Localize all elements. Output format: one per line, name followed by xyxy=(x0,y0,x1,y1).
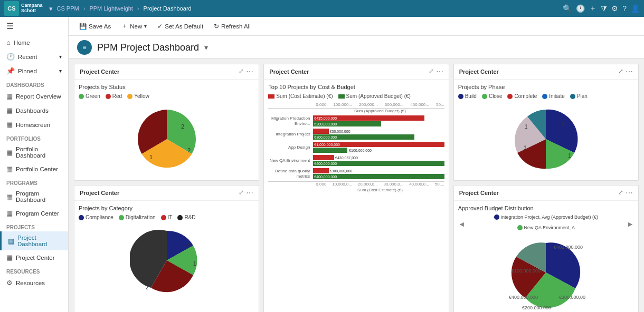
save-icon: 💾 xyxy=(79,23,87,30)
svg-text:1: 1 xyxy=(193,261,196,267)
bar-row-2: Integration Project €30,000,000 €300,000… xyxy=(268,129,444,140)
more-icon[interactable]: ⋯ xyxy=(246,67,253,76)
svg-text:2: 2 xyxy=(146,285,149,290)
section-programs: Programs xyxy=(0,176,68,187)
filter-icon[interactable]: ⧩ xyxy=(601,4,607,13)
card3-actions: ⤢ ⋯ xyxy=(618,67,633,76)
sidebar: ☰ ⌂ Home 🕐 Recent ▾ 📌 Pinned ▾ Dashboard… xyxy=(0,17,69,312)
card5-legend: Integration Project, Avg (Approved Budge… xyxy=(466,214,627,230)
card1-subtitle: Projects by Status xyxy=(79,84,254,90)
more-icon2[interactable]: ⋯ xyxy=(436,67,443,76)
help-icon[interactable]: ? xyxy=(622,4,627,13)
pie-chart-status: 2 2 1 xyxy=(130,102,204,176)
svg-text:2: 2 xyxy=(181,123,184,130)
set-as-default-button[interactable]: ✓ Set As Default xyxy=(153,21,207,32)
expand-icon[interactable]: ⤢ xyxy=(239,67,244,76)
card1-content: Projects by Status Green Red xyxy=(74,80,259,180)
sidebar-item-homescreen[interactable]: ▦ Homescreen xyxy=(0,118,68,132)
bar-budget-3: €100,000,000 xyxy=(313,148,347,153)
page-icon: ≡ xyxy=(77,40,92,55)
card2-legend: Sum (Cost Estimate) (€) Sum (Approved Bu… xyxy=(268,93,444,99)
card5-pie: €100,000,000 €400,000,000 €300,000,000 €… xyxy=(458,236,634,309)
svg-text:1: 1 xyxy=(149,154,153,160)
bar-budget-1: €200,000,000 xyxy=(313,121,381,126)
topbar-dropdown-icon[interactable]: ▾ xyxy=(49,5,53,13)
dot-plan xyxy=(570,94,575,99)
page-header: ≡ PPM Project Dashboard ▾ xyxy=(69,36,644,58)
settings-icon[interactable]: ⚙ xyxy=(611,4,618,13)
card4-actions: ⤢ ⋯ xyxy=(239,189,253,197)
svg-text:€400,000,000: €400,000,000 xyxy=(509,295,538,300)
sidebar-item-portfolio-dashboard[interactable]: ▦ Portfolio Dashboard xyxy=(0,143,68,162)
legend-dot-cost xyxy=(268,94,274,99)
bar-row-4: New QA Environment €430,057,000 €400,000… xyxy=(268,155,444,166)
dot-initiate xyxy=(542,94,547,99)
more-icon5[interactable]: ⋯ xyxy=(626,189,633,197)
sidebar-item-program-center[interactable]: ▦ Program Center xyxy=(0,206,68,220)
sidebar-item-dashboards[interactable]: ▦ Dashboards xyxy=(0,103,68,118)
page-title-chevron[interactable]: ▾ xyxy=(204,43,208,52)
topbar: CS CampanaSchott ▾ CS PPM › PPM Lightwei… xyxy=(0,0,644,17)
svg-text:€100,000,000: €100,000,000 xyxy=(512,268,541,274)
breadcrumb-root[interactable]: CS PPM xyxy=(57,5,79,12)
bar-budget-4: €400,000,000 xyxy=(313,161,444,166)
axis-bottom: 0.00010,000,0...20,000,0...30,000,0...40… xyxy=(268,181,444,187)
user-icon[interactable]: 👤 xyxy=(631,4,640,13)
logo-icon: CS xyxy=(4,1,19,16)
refresh-all-button[interactable]: ↻ Refresh All xyxy=(210,21,255,32)
new-button[interactable]: ＋ New ▾ xyxy=(117,20,151,32)
bar-cost-2: €30,000,000 xyxy=(313,129,329,134)
dot-rd xyxy=(177,215,183,220)
sidebar-item-project-dashboard[interactable]: ▦ Project Dashboard xyxy=(0,231,68,250)
hamburger-menu[interactable]: ☰ xyxy=(0,17,68,35)
svg-text:1: 1 xyxy=(159,235,162,240)
legend-dot-budget xyxy=(338,94,345,99)
report-icon: ▦ xyxy=(6,92,13,100)
card3-legend: Build Close Complete Initiate Plan xyxy=(458,93,634,99)
pie-chart-budget: €100,000,000 €400,000,000 €300,000,000 €… xyxy=(506,236,585,309)
more-icon4[interactable]: ⋯ xyxy=(246,189,253,197)
dashboard-content: Project Center ⤢ ⋯ Projects by Status Gr… xyxy=(69,58,644,312)
search-icon[interactable]: 🔍 xyxy=(563,4,572,13)
topbar-actions: 🔍 🕐 ＋ ⧩ ⚙ ? 👤 xyxy=(563,4,640,13)
svg-text:€200,000,000: €200,000,000 xyxy=(522,305,551,309)
check-icon: ✓ xyxy=(157,23,163,30)
expand-icon3[interactable]: ⤢ xyxy=(618,67,623,76)
card4-subtitle: Projects by Category xyxy=(79,205,254,211)
expand-icon2[interactable]: ⤢ xyxy=(429,67,434,76)
card2-content: Top 10 Projects by Cost & Budget Sum (Co… xyxy=(264,80,448,197)
new-chevron-icon: ▾ xyxy=(144,23,147,29)
legend-red: Red xyxy=(106,93,122,99)
sidebar-item-recent[interactable]: 🕐 Recent ▾ xyxy=(0,50,68,64)
expand-icon5[interactable]: ⤢ xyxy=(618,189,623,197)
sidebar-item-program-dashboard[interactable]: ▦ Program Dashboard xyxy=(0,187,68,206)
card-projects-by-category: Project Center ⤢ ⋯ Projects by Category … xyxy=(74,185,259,312)
card1-title: Project Center xyxy=(80,69,119,75)
add-icon[interactable]: ＋ xyxy=(589,4,596,13)
recent-icon: 🕐 xyxy=(6,53,15,61)
sidebar-item-home[interactable]: ⌂ Home xyxy=(0,35,68,50)
card-approved-budget: Project Center ⤢ ⋯ Approved Budget Distr… xyxy=(453,185,639,312)
sidebar-item-pinned[interactable]: 📌 Pinned ▾ xyxy=(0,64,68,78)
dot-newqa xyxy=(517,225,523,230)
bar-chart: Migration ProductionEnviro... €435,000,0… xyxy=(268,115,444,179)
clock-icon[interactable]: 🕐 xyxy=(576,4,585,13)
breadcrumb: CS PPM › PPM Lightweight › Project Dashb… xyxy=(57,5,563,12)
dot-complete xyxy=(507,94,513,99)
more-icon3[interactable]: ⋯ xyxy=(626,67,633,76)
bar-cost-5: €300,000,000 xyxy=(313,168,329,173)
breadcrumb-parent[interactable]: PPM Lightweight xyxy=(89,5,133,12)
sidebar-item-report-overview[interactable]: ▦ Report Overview xyxy=(0,89,68,103)
logo[interactable]: CS CampanaSchott xyxy=(4,1,43,16)
sidebar-item-project-center[interactable]: ▦ Project Center xyxy=(0,250,68,265)
sidebar-item-resources[interactable]: ⚙ Resources xyxy=(0,276,68,290)
card3-subtitle: Projects by Phase xyxy=(458,84,634,90)
sidebar-item-portfolio-center[interactable]: ▦ Portfolio Center xyxy=(0,162,68,176)
legend-dot-red xyxy=(106,94,111,99)
save-as-button[interactable]: 💾 Save As xyxy=(75,21,115,32)
prev-icon[interactable]: ◄ xyxy=(458,220,466,228)
next-icon[interactable]: ► xyxy=(627,220,634,228)
expand-icon4[interactable]: ⤢ xyxy=(239,189,244,197)
svg-text:€400,000,000: €400,000,000 xyxy=(554,245,583,250)
pin-icon: 📌 xyxy=(6,67,15,75)
